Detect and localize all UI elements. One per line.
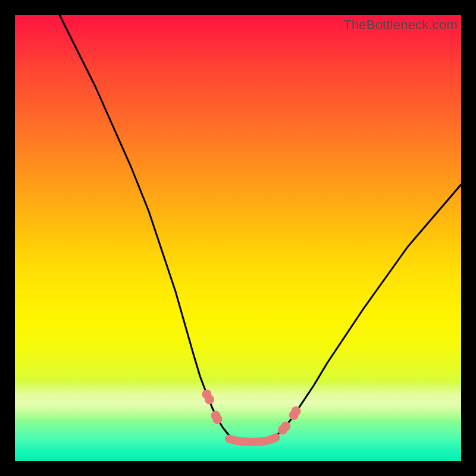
- path-right-arm: [274, 184, 461, 438]
- path-salmon-bar-valley: [229, 437, 276, 442]
- chart-frame: TheBottleneck.com: [0, 0, 476, 476]
- marker-salmon-dots-right: [281, 422, 290, 431]
- marker-salmon-dots-right: [292, 406, 301, 416]
- marker-salmon-dots-left: [205, 395, 214, 405]
- curve-svg: [15, 15, 461, 461]
- plot-area: TheBottleneck.com: [15, 15, 461, 461]
- marker-salmon-dots-left: [213, 415, 223, 424]
- path-left-arm: [60, 15, 238, 441]
